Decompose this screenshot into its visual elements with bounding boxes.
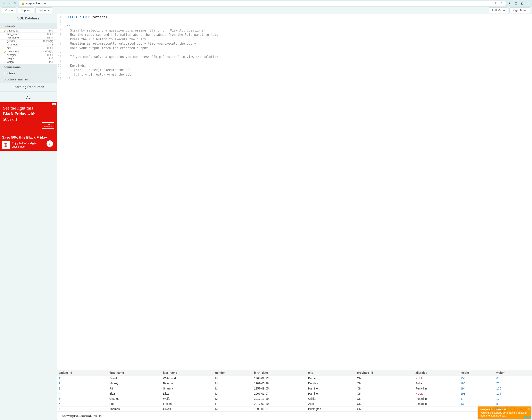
cell: 1957-09-05 xyxy=(252,386,306,391)
cell: ON xyxy=(355,396,414,401)
cell: ON xyxy=(355,376,414,381)
url-bar[interactable]: 🔒 sql-practice.com ⇪ ☆ xyxy=(19,0,506,6)
foreign-key-icon: 🔑 xyxy=(4,51,6,53)
cell: Barrie xyxy=(306,376,355,381)
column-row[interactable]: heightINT xyxy=(0,57,57,60)
cell: 2017-11-19 xyxy=(252,396,306,401)
cell: F xyxy=(213,401,252,406)
column-row[interactable]: 🔑province_idCHAR(2) xyxy=(0,50,57,53)
cell: M xyxy=(213,381,252,386)
table-row[interactable]: 7ThomasONeillM1993-01-31BurlingtonON xyxy=(57,406,532,412)
cell: Penicillin xyxy=(414,386,459,391)
ad-banner[interactable]: ▷✕ See the light thisBlack Friday with50… xyxy=(0,102,57,151)
toast-close-icon[interactable]: ✕ xyxy=(528,407,530,411)
learning-resources-header[interactable]: Learning Resources xyxy=(0,82,57,92)
table-row[interactable]: 6SueFalconF2017-09-30AjaxONPenicillin435 xyxy=(57,401,532,406)
extensions-icon[interactable]: ✦ xyxy=(507,1,512,5)
cell: Blair xyxy=(108,391,161,396)
col-weight[interactable]: weight xyxy=(495,370,532,376)
menu-icon[interactable]: ⋮ xyxy=(526,1,530,5)
col-province_id[interactable]: province_id xyxy=(355,370,414,376)
col-first_name[interactable]: first_name xyxy=(108,370,161,376)
primary-key-icon: 🔑 xyxy=(4,30,6,32)
cell: 185 xyxy=(459,381,495,386)
table-row[interactable]: 2MickeyBaashaM1981-05-28DundasONSulfa185… xyxy=(57,381,532,386)
column-row[interactable]: cityTEXT xyxy=(0,46,57,50)
ad-headline: See the light thisBlack Friday with50% o… xyxy=(3,105,54,122)
editor-gutter: 123456789101112131415 xyxy=(57,14,64,370)
table-row[interactable]: 1DonaldWaterfieldM1963-02-12BarrieONNULL… xyxy=(57,376,532,381)
left-menu-button[interactable]: Left Menu xyxy=(489,7,508,13)
cell xyxy=(414,406,459,412)
col-gender[interactable]: gender xyxy=(213,370,252,376)
table-row[interactable]: 4BlairDiazM1967-01-07HamiltonONNULL19110… xyxy=(57,391,532,396)
right-menu-button[interactable]: Right Menu xyxy=(509,7,530,13)
cell: M xyxy=(213,396,252,401)
cell: M xyxy=(213,406,252,412)
forward-icon[interactable]: → xyxy=(7,1,12,5)
cell: ON xyxy=(355,406,414,412)
ad-subhead: Save 50% this Black Friday xyxy=(2,135,47,140)
ad-close-icon[interactable]: ▷✕ xyxy=(52,103,56,105)
ad-go-icon[interactable]: › xyxy=(47,140,53,147)
ad-brand: TheEconomist xyxy=(42,122,54,129)
col-patient_id[interactable]: patient_id xyxy=(57,370,108,376)
cell: Sharma xyxy=(161,386,214,391)
cell: ONeill xyxy=(161,406,214,412)
cell: Ajax xyxy=(306,401,355,406)
cell: Mickey xyxy=(108,381,161,386)
ad-label: Ad xyxy=(0,93,57,102)
column-type: INT xyxy=(49,57,53,60)
back-icon[interactable]: ← xyxy=(2,1,6,5)
column-name: city xyxy=(7,47,47,49)
cell: 1993-01-31 xyxy=(252,406,306,412)
cell: 1 xyxy=(57,376,108,381)
table-patients[interactable]: patients xyxy=(0,23,57,29)
col-last_name[interactable]: last_name xyxy=(161,370,214,376)
share-icon[interactable]: ⇪ xyxy=(494,1,498,5)
profile-icon[interactable]: ◐ xyxy=(520,1,524,5)
cell: 156 xyxy=(459,376,495,381)
app-toolbar: Run▶ Support Settings Left Menu Right Me… xyxy=(0,7,532,14)
browser-chrome: ← → ⟳ 🔒 sql-practice.com ⇪ ☆ ✦ ▢ ◐ ⋮ xyxy=(0,0,532,7)
table-row[interactable]: 5CharlesWolfeM2017-11-19OrilliaONPenicil… xyxy=(57,396,532,401)
column-row[interactable]: genderCHAR(1) xyxy=(0,40,57,43)
sql-editor[interactable]: 123456789101112131415 SELECT * FROM pati… xyxy=(57,14,532,370)
content-area: 123456789101112131415 SELECT * FROM pati… xyxy=(57,14,532,420)
run-button[interactable]: Run▶ xyxy=(2,7,16,13)
star-icon[interactable]: ☆ xyxy=(499,1,504,5)
reload-icon[interactable]: ⟳ xyxy=(13,1,17,5)
table-admissions[interactable]: admissions xyxy=(0,64,57,70)
sidebar: SQL Database patients🔑patient_idINTfirst… xyxy=(0,14,57,420)
editor-code[interactable]: SELECT * FROM patients; /* Start by sele… xyxy=(64,14,222,370)
cell: 1967-01-07 xyxy=(252,391,306,396)
settings-button[interactable]: Settings xyxy=(35,7,52,13)
column-row[interactable]: first_nameTEXT xyxy=(0,32,57,36)
devices-icon[interactable]: ▢ xyxy=(514,1,518,5)
cell: ON xyxy=(355,381,414,386)
cell: Charles xyxy=(108,396,161,401)
col-city[interactable]: city xyxy=(306,370,355,376)
support-button[interactable]: Support xyxy=(18,7,34,13)
column-row[interactable]: weightINT xyxy=(0,60,57,64)
column-row[interactable]: last_nameTEXT xyxy=(0,36,57,40)
col-height[interactable]: height xyxy=(459,370,495,376)
col-birth_date[interactable]: birth_date xyxy=(252,370,306,376)
cell: 47 xyxy=(459,396,495,401)
col-allergies[interactable]: allergies xyxy=(414,370,459,376)
column-row[interactable]: allergiesTEXT xyxy=(0,53,57,57)
cell: 10 xyxy=(495,396,532,401)
toast-notification: ✕ No Question Selected You should start … xyxy=(478,406,531,419)
column-row[interactable]: 🔑patient_idINT xyxy=(0,29,57,32)
table-province_names[interactable]: province_names xyxy=(0,76,57,82)
table-doctors[interactable]: doctors xyxy=(0,70,57,76)
column-row[interactable]: birth_dateDATE xyxy=(0,43,57,46)
table-row[interactable]: 3JijiSharmaM1957-09-05HamiltonONPenicill… xyxy=(57,386,532,391)
cell: Penicillin xyxy=(414,396,459,401)
cell: Burlington xyxy=(306,406,355,412)
cell: 104 xyxy=(495,391,532,396)
cell: Jiji xyxy=(108,386,161,391)
column-name: first_name xyxy=(7,33,47,36)
ad-footer: E Enjoy half off a digital subscription xyxy=(2,141,43,149)
results-pager: Showing 1 to 100 of 4530 results Previou… xyxy=(57,412,532,420)
